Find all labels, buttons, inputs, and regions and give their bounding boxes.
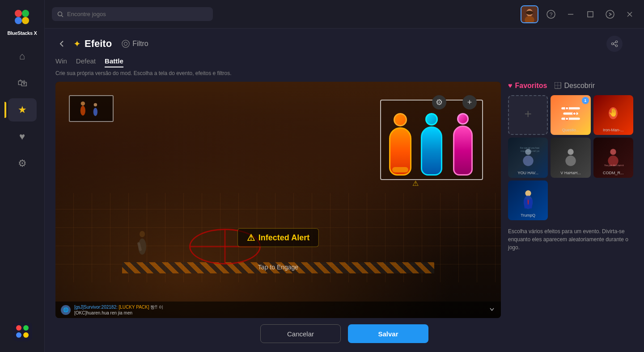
search-box[interactable] xyxy=(52,7,213,21)
effects-description: Escolha vários efeitos para um evento. D… xyxy=(508,227,633,251)
chat-scroll-down[interactable] xyxy=(488,306,496,314)
tap-engage-text[interactable]: Tap to Engage xyxy=(258,264,298,271)
sidebar-item-heart[interactable]: ♥ xyxy=(8,125,37,148)
svg-point-27 xyxy=(615,45,618,47)
question-card-image xyxy=(551,100,590,128)
figure-cyan xyxy=(418,113,445,176)
game-preview: ⚙ + xyxy=(55,82,501,318)
bluestacks-bottom-icon[interactable] xyxy=(13,322,32,341)
filter-button[interactable]: Filtro xyxy=(117,38,153,50)
favorites-label: Favoritos xyxy=(515,82,547,90)
chat-text: [gsJ]Survivor:202182: [LUCKY PACK] 짱!! 이… xyxy=(74,304,163,315)
effect-gear-button[interactable]: ⚙ xyxy=(432,95,446,109)
warning-triangle: ⚠ xyxy=(412,179,419,188)
sidebar-navigation: ⌂ 🛍 ★ ♥ ⚙ xyxy=(8,45,37,322)
svg-rect-6 xyxy=(13,322,32,341)
sidebar-item-store[interactable]: 🛍 xyxy=(8,71,37,95)
svg-point-8 xyxy=(23,325,29,331)
right-panel-header: ♥ Favoritos Descobrir xyxy=(508,82,633,90)
svg-point-0 xyxy=(10,5,34,29)
cancel-button[interactable]: Cancelar xyxy=(260,324,341,343)
chat-globe-icon: 🌐 xyxy=(61,305,71,315)
svg-point-33 xyxy=(81,101,85,105)
hahah-card-image xyxy=(551,142,590,170)
topbar: ? xyxy=(45,0,644,29)
effect-card-ironman[interactable]: 🤚 Iron-Man-... xyxy=(593,95,633,135)
svg-text:🤚: 🤚 xyxy=(608,108,619,117)
effect-overlay-box: ⚙ + xyxy=(380,100,483,180)
svg-point-10 xyxy=(23,332,29,338)
svg-point-36 xyxy=(140,231,145,237)
sidebar: BlueStacks X ⌂ 🛍 ★ ♥ ⚙ xyxy=(0,0,45,352)
close-button[interactable] xyxy=(623,7,637,21)
right-panel: ♥ Favoritos Descobrir xyxy=(508,82,633,318)
svg-point-4 xyxy=(15,17,22,24)
home-icon: ⌂ xyxy=(19,50,25,62)
svg-point-28 xyxy=(611,43,614,45)
tab-defeat[interactable]: Defeat xyxy=(76,57,96,67)
svg-line-29 xyxy=(613,42,615,43)
app-logo: BlueStacks X xyxy=(7,5,37,36)
header-share-area xyxy=(606,36,633,52)
add-effect-card[interactable]: + xyxy=(508,95,548,135)
effect-card-youhav[interactable]: For can tel you have something important… xyxy=(508,138,548,177)
effect-card-codm[interactable]: You just don't turn it off ! CODM_R... xyxy=(593,138,633,177)
svg-point-63 xyxy=(525,190,531,196)
sidebar-item-settings[interactable]: ⚙ xyxy=(8,152,37,175)
save-button[interactable]: Salvar xyxy=(348,324,428,343)
infected-alert: ⚠ Infected Alert xyxy=(237,228,319,247)
mini-preview-svg xyxy=(70,96,113,121)
page-content: ✦ Efeito Filtro xyxy=(45,29,644,352)
tab-win[interactable]: Win xyxy=(55,57,67,67)
compass-icon xyxy=(555,82,562,89)
app-name: BlueStacks X xyxy=(7,30,37,36)
help-button[interactable]: ? xyxy=(544,7,558,21)
effect-badge: 1 xyxy=(582,97,589,104)
svg-rect-31 xyxy=(70,96,112,121)
share-button[interactable] xyxy=(606,36,623,52)
svg-text:?: ? xyxy=(550,12,553,18)
sidebar-bottom xyxy=(13,322,32,347)
maximize-button[interactable] xyxy=(583,7,597,21)
effect-add-button[interactable]: + xyxy=(462,95,477,109)
minimize-button[interactable] xyxy=(564,7,578,21)
sidebar-item-home[interactable]: ⌂ xyxy=(8,45,37,68)
hahah-card-label: V HaHaH... xyxy=(559,171,583,175)
heart-fav-icon: ♥ xyxy=(508,82,513,90)
ironman-card-label: Iron-Man-... xyxy=(601,128,626,132)
svg-text:You just don't turn it off !: You just don't turn it off ! xyxy=(604,164,624,167)
forward-button[interactable] xyxy=(603,7,617,21)
svg-rect-43 xyxy=(561,107,580,109)
effect-card-trumpq[interactable]: TrumpQ xyxy=(508,180,548,220)
svg-rect-20 xyxy=(588,12,593,17)
question-card-label: Questio... xyxy=(560,128,581,132)
svg-point-55 xyxy=(523,156,533,166)
svg-point-32 xyxy=(80,105,85,115)
svg-point-25 xyxy=(124,42,127,45)
user-avatar[interactable] xyxy=(521,5,538,23)
svg-text:important to tell you: important to tell you xyxy=(521,150,539,152)
share-icon xyxy=(610,40,619,48)
alert-warning-icon: ⚠ xyxy=(247,232,255,243)
content-row: ⚙ + xyxy=(55,82,633,318)
search-input[interactable] xyxy=(67,11,208,17)
star-icon: ★ xyxy=(18,104,27,116)
bottom-actions: Cancelar Salvar xyxy=(55,318,633,345)
page-subtitle: Crie sua própria versão do mod. Escolha … xyxy=(55,70,633,76)
tab-battle[interactable]: Battle xyxy=(105,57,123,67)
filter-icon xyxy=(122,40,130,48)
svg-point-2 xyxy=(15,10,22,17)
favorites-title: ♥ Favoritos xyxy=(508,82,547,90)
effect-card-question[interactable]: 1 xyxy=(551,95,590,135)
back-button[interactable] xyxy=(55,38,68,50)
page-title: Efeito xyxy=(85,38,112,50)
discover-title[interactable]: Descobrir xyxy=(555,82,595,90)
ironman-card-image: 🤚 xyxy=(593,100,633,128)
svg-point-35 xyxy=(94,103,97,106)
figure-pink xyxy=(449,113,477,176)
sidebar-item-star[interactable]: ★ xyxy=(8,98,37,122)
infected-alert-text: Infected Alert xyxy=(258,233,309,243)
svg-point-60 xyxy=(610,149,616,155)
effect-card-hahah[interactable]: V HaHaH... xyxy=(551,138,590,177)
svg-line-12 xyxy=(62,15,64,17)
